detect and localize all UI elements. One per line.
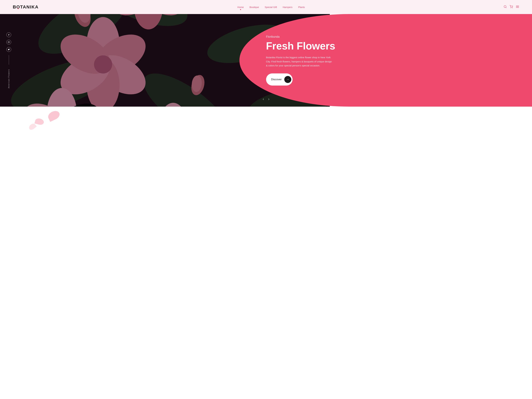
search-icon[interactable]	[504, 5, 507, 9]
logo[interactable]: BOTANIKA	[13, 5, 39, 10]
vertical-label: American Flowers	[8, 69, 10, 88]
svg-rect-56	[8, 41, 10, 43]
svg-line-1	[506, 7, 507, 8]
instagram-icon[interactable]	[6, 40, 11, 44]
main-nav: Home Boutique Special Gift Hampers Plant…	[237, 6, 305, 8]
slider-controls	[262, 98, 270, 101]
svg-point-2	[511, 8, 511, 8]
hero-section: Floribunda Fresh Flowers Botanika Floris…	[0, 14, 532, 107]
nav-boutique[interactable]: Boutique	[249, 6, 259, 8]
below-hero	[0, 107, 532, 132]
slider-next-button[interactable]	[267, 98, 270, 101]
deco-petal-1	[47, 109, 61, 122]
nav-home[interactable]: Home	[237, 6, 244, 8]
nav-plants[interactable]: Plants	[298, 6, 305, 8]
facebook-icon[interactable]	[6, 32, 11, 37]
hero-description: Botanika Florist is the biggest online f…	[266, 55, 333, 68]
hero-subtitle: Floribunda	[266, 35, 519, 38]
hero-content: Floribunda Fresh Flowers Botanika Floris…	[250, 14, 532, 107]
menu-icon[interactable]	[516, 5, 519, 9]
header: BOTANIKA Home Boutique Special Gift Hamp…	[0, 0, 532, 14]
discover-button-label: Discover	[271, 78, 282, 81]
deco-petal-3	[28, 122, 37, 131]
logo-o: O	[16, 5, 20, 10]
svg-point-57	[8, 42, 9, 43]
discover-arrow-icon: →	[284, 76, 291, 83]
deco-petal-2	[34, 118, 44, 126]
svg-point-3	[512, 8, 513, 8]
nav-hampers[interactable]: Hampers	[283, 6, 292, 8]
discover-button[interactable]: Discover →	[266, 73, 293, 86]
slider-prev-button[interactable]	[262, 98, 265, 101]
hero-title: Fresh Flowers	[266, 40, 519, 51]
cart-icon[interactable]	[510, 5, 513, 9]
nav-special-gift[interactable]: Special Gift	[265, 6, 277, 8]
twitter-icon[interactable]	[6, 47, 11, 52]
social-sidebar: American Flowers	[6, 32, 11, 88]
nav-icons	[504, 5, 519, 9]
